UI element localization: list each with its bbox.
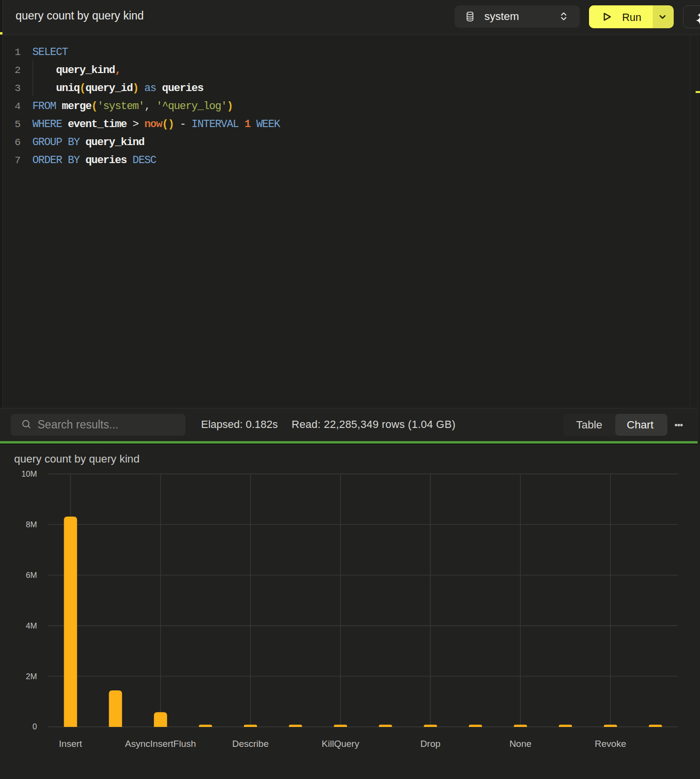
svg-text:None: None: [509, 739, 531, 749]
svg-text:0: 0: [33, 722, 37, 731]
svg-text:Revoke: Revoke: [595, 739, 626, 749]
svg-text:Describe: Describe: [232, 739, 269, 749]
svg-text:Insert: Insert: [59, 739, 82, 749]
svg-text:AsyncInsertFlush: AsyncInsertFlush: [125, 739, 196, 749]
svg-text:10M: 10M: [21, 469, 37, 478]
svg-text:4M: 4M: [26, 621, 37, 630]
svg-text:6M: 6M: [26, 571, 37, 579]
svg-text:2M: 2M: [26, 672, 37, 681]
svg-text:Drop: Drop: [421, 739, 441, 749]
svg-text:8M: 8M: [26, 520, 37, 529]
svg-text:KillQuery: KillQuery: [322, 739, 360, 749]
